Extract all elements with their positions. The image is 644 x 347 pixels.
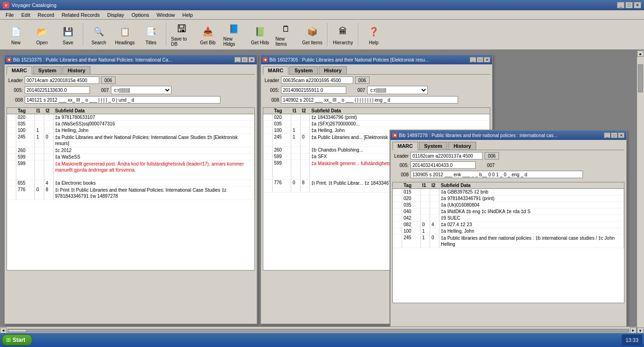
data-grid-3[interactable]: Tag I1 I2 Subfield Data 015 ‡a GBB397825… bbox=[392, 182, 624, 303]
title-controls[interactable]: _ □ ✕ bbox=[617, 2, 641, 8]
menu-options[interactable]: Options bbox=[128, 11, 153, 19]
open-label: Open bbox=[36, 40, 48, 45]
bib-window-3-titlebar[interactable]: ◆ Bib 14897278 : Public libraries and th… bbox=[391, 131, 626, 140]
table-row[interactable]: 042 ‡9 SUEC bbox=[393, 215, 624, 222]
new-items-button[interactable]: 🗒 New Items bbox=[274, 21, 298, 48]
bib-icon-1: ◆ bbox=[7, 57, 11, 62]
titles-button[interactable]: 📑 Titles bbox=[139, 21, 163, 48]
bib-controls-2[interactable]: _ □ ✕ bbox=[470, 57, 490, 62]
field008-input-3[interactable] bbox=[411, 171, 583, 178]
tab-marc-2[interactable]: MARC bbox=[263, 66, 288, 75]
scroll-thumb[interactable] bbox=[638, 64, 643, 92]
bib-close-1[interactable]: ✕ bbox=[248, 57, 255, 62]
tab-bar-3: MARC System History bbox=[391, 140, 626, 150]
table-row[interactable]: 245 1 0 ‡a Public Libraries and their Na… bbox=[7, 134, 254, 147]
table-row[interactable]: 599 ‡a WaSeSS bbox=[7, 154, 254, 160]
bib-close-2[interactable]: ✕ bbox=[484, 57, 490, 62]
get-bib-button[interactable]: 📥 Get Bib bbox=[196, 21, 220, 48]
table-row[interactable]: 035 ‡a (SFX)2670000000... bbox=[263, 121, 490, 127]
menu-display[interactable]: Display bbox=[103, 11, 128, 19]
menu-record[interactable]: Record bbox=[34, 11, 58, 19]
save-button[interactable]: 💾 Save bbox=[56, 21, 80, 48]
new-button[interactable]: 📄 New bbox=[4, 21, 28, 48]
maximize-button[interactable]: □ bbox=[625, 2, 633, 8]
headings-button[interactable]: 📋 Headings bbox=[113, 21, 137, 48]
table-row[interactable]: 100 1 ‡a Helling, John bbox=[393, 228, 624, 235]
table-row[interactable]: 040 ‡a liNdDKA ‡b eng ‡c liNdDKA ‡e rda … bbox=[393, 208, 624, 215]
table-row[interactable]: 015 ‡a GBB397825 ‡2 bnb bbox=[393, 189, 624, 195]
h-scroll-thumb[interactable] bbox=[8, 329, 27, 332]
close-button[interactable]: ✕ bbox=[634, 2, 641, 8]
table-row[interactable]: 655 4 ‡a Electronic books bbox=[7, 180, 254, 187]
table-row[interactable]: 020 ‡a 9781780633107 bbox=[7, 114, 254, 121]
new-items-label: New Items bbox=[275, 36, 297, 47]
bib-window-1-titlebar[interactable]: ◆ Bib 15210375 : Public Libraries and th… bbox=[5, 55, 257, 64]
tab-marc-1[interactable]: MARC bbox=[7, 66, 32, 75]
separator-1 bbox=[83, 23, 84, 46]
table-row[interactable]: 020 ‡z 1843346796 (print) bbox=[263, 114, 490, 121]
scroll-up-button[interactable]: ▲ bbox=[637, 50, 644, 57]
table-row[interactable]: 100 1 ‡a Helling, John bbox=[7, 127, 254, 134]
tab-history-3[interactable]: History bbox=[448, 142, 476, 150]
leader-label-1: Leader bbox=[7, 78, 23, 83]
bib-close-3[interactable]: ✕ bbox=[618, 132, 624, 138]
tab-system-3[interactable]: System bbox=[419, 142, 447, 150]
leader-input-2[interactable] bbox=[281, 76, 353, 84]
tab-system-1[interactable]: System bbox=[33, 66, 62, 74]
table-row[interactable]: 035 ‡a (WaSeSS)ssj0000747316 bbox=[7, 121, 254, 127]
data-grid-1[interactable]: Tag I1 I2 Subfield Data 020 ‡a 978178063… bbox=[7, 107, 255, 271]
search-button[interactable]: 🔍 Search bbox=[87, 21, 111, 48]
help-button[interactable]: ❓ Help bbox=[362, 21, 386, 48]
tab-system-2[interactable]: System bbox=[289, 66, 318, 74]
leader-input-3[interactable] bbox=[411, 152, 483, 160]
leader-btn-006-1[interactable]: 006 bbox=[101, 76, 116, 84]
start-button[interactable]: ⊞ Start bbox=[2, 334, 32, 346]
get-hlds-button[interactable]: 📗 Get Hlds bbox=[248, 21, 272, 48]
menu-related-records[interactable]: Related Records bbox=[58, 11, 103, 19]
main-scrollbar[interactable]: ▲ ▼ bbox=[637, 50, 644, 334]
save-to-db-button[interactable]: 🖫 Save to DB bbox=[170, 21, 194, 48]
field005-input-1[interactable] bbox=[25, 86, 90, 94]
field007-select-2[interactable]: c:r||||||||| bbox=[367, 86, 428, 94]
table-row[interactable]: 599 ‡a Maskinellt genererad post. Ändra … bbox=[7, 160, 254, 180]
bib-minimize-2[interactable]: _ bbox=[470, 57, 476, 62]
h-scroll-track[interactable] bbox=[7, 329, 629, 333]
field005-input-3[interactable] bbox=[411, 161, 476, 169]
bib-restore-2[interactable]: □ bbox=[477, 57, 483, 62]
field008-input-1[interactable] bbox=[25, 96, 220, 104]
field008-input-2[interactable] bbox=[281, 96, 458, 104]
headings-icon: 📋 bbox=[117, 24, 132, 39]
leader-input-1[interactable] bbox=[25, 76, 99, 84]
tab-history-2[interactable]: History bbox=[319, 66, 347, 74]
get-bib-label: Get Bib bbox=[200, 40, 215, 45]
field005-input-2[interactable] bbox=[281, 86, 346, 94]
bib-minimize-3[interactable]: _ bbox=[604, 132, 610, 138]
table-row[interactable]: 776 0 8 ‡i Print ‡t Public Libraries and… bbox=[7, 187, 254, 200]
bib-minimize-1[interactable]: _ bbox=[234, 57, 241, 62]
bib-window-3: ◆ Bib 14897278 : Public libraries and th… bbox=[390, 130, 627, 334]
table-row[interactable]: 245 1 0 ‡a Public libraries and their na… bbox=[393, 235, 624, 248]
leader-btn-006-2[interactable]: 006 bbox=[355, 76, 370, 84]
get-items-button[interactable]: 📦 Get Items bbox=[300, 21, 324, 48]
table-row[interactable]: 260 ‡c 2012 bbox=[7, 147, 254, 154]
bib-restore-1[interactable]: □ bbox=[241, 57, 248, 62]
menu-help[interactable]: Help bbox=[178, 11, 197, 19]
bib-controls-3[interactable]: _ □ ✕ bbox=[604, 132, 624, 138]
menu-window[interactable]: Window bbox=[153, 11, 178, 19]
menu-edit[interactable]: Edit bbox=[18, 11, 34, 19]
leader-btn-006-3[interactable]: 006 bbox=[485, 152, 499, 160]
bib-window-2-titlebar[interactable]: ◆ Bib 16027305 : Public Libraries and th… bbox=[261, 55, 492, 64]
hierarchy-button[interactable]: 🏛 Hierarchy bbox=[331, 21, 355, 48]
bib-restore-3[interactable]: □ bbox=[611, 132, 617, 138]
new-hldgs-button[interactable]: 📘 New Hldgs bbox=[222, 21, 246, 48]
field007-select-1[interactable]: c:r||||||||| bbox=[111, 86, 171, 94]
table-row[interactable]: 020 ‡a 9781843346791 (print) bbox=[393, 195, 624, 202]
menu-file[interactable]: File bbox=[2, 11, 18, 19]
open-button[interactable]: 📂 Open bbox=[30, 21, 54, 48]
minimize-button[interactable]: _ bbox=[617, 2, 624, 8]
tab-history-1[interactable]: History bbox=[62, 66, 90, 74]
tab-marc-3[interactable]: MARC bbox=[392, 142, 418, 150]
table-row[interactable]: 082 0 4 ‡a 027.4 ‡2 23 bbox=[393, 222, 624, 228]
bib-controls-1[interactable]: _ □ ✕ bbox=[234, 57, 255, 62]
table-row[interactable]: 035 ‡a (Uk)016080804 bbox=[393, 202, 624, 208]
